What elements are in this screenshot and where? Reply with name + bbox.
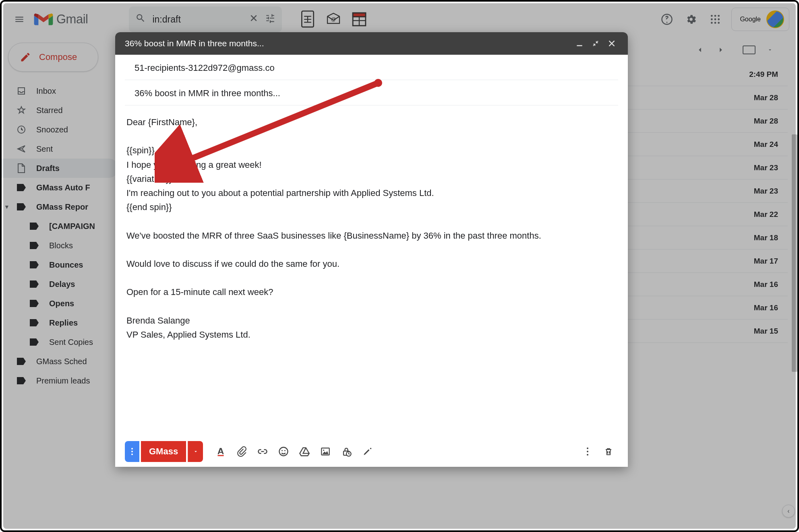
svg-text:@: @ bbox=[331, 16, 336, 22]
svg-point-24 bbox=[323, 450, 324, 451]
image-button[interactable] bbox=[316, 442, 335, 461]
email-date: Mar 22 bbox=[734, 210, 778, 219]
label-icon bbox=[16, 202, 27, 212]
sidebar-item-label: Snoozed bbox=[36, 125, 68, 134]
label-icon bbox=[29, 279, 39, 289]
subject-field[interactable]: 36% boost in MMR in three months... bbox=[125, 80, 618, 105]
email-date: Mar 17 bbox=[734, 257, 778, 266]
gmass-dropdown-button[interactable] bbox=[188, 441, 203, 462]
signature-button[interactable] bbox=[358, 442, 377, 461]
next-page-button[interactable] bbox=[713, 42, 729, 58]
apps-icon[interactable] bbox=[707, 11, 723, 27]
account-chip[interactable]: Google bbox=[731, 8, 789, 31]
email-date: Mar 28 bbox=[734, 93, 778, 102]
sidebar-subitem-sent-copies[interactable]: Sent Copies bbox=[2, 332, 118, 352]
compose-button[interactable]: Compose bbox=[8, 43, 98, 72]
compose-titlebar[interactable]: 36% boost in MMR in three months... bbox=[115, 32, 628, 55]
sidebar-item-starred[interactable]: Starred bbox=[2, 101, 118, 120]
sidebar-subitem-replies[interactable]: Replies bbox=[2, 313, 118, 332]
sidebar-item-label: Sent bbox=[36, 144, 53, 154]
more-options-button[interactable] bbox=[578, 442, 597, 461]
extension-icons: @ bbox=[298, 10, 369, 29]
svg-point-11 bbox=[711, 22, 713, 24]
sidebar-item-premium-leads[interactable]: Premium leads bbox=[2, 371, 118, 390]
svg-point-9 bbox=[714, 19, 716, 21]
star-icon bbox=[16, 105, 27, 115]
drive-button[interactable] bbox=[295, 442, 314, 461]
sidebar-item-snoozed[interactable]: Snoozed bbox=[2, 120, 118, 139]
search-input[interactable]: in:draft bbox=[152, 14, 242, 25]
email-date: Mar 28 bbox=[734, 117, 778, 126]
sidebar: Compose InboxStarredSnoozedSentDraftsGMa… bbox=[2, 37, 118, 530]
label-icon bbox=[29, 221, 39, 231]
discard-button[interactable] bbox=[599, 442, 618, 461]
sidebar-subitem--campaign[interactable]: [CAMPAIGN bbox=[2, 217, 118, 236]
gmail-logo[interactable]: Gmail bbox=[34, 12, 88, 27]
chevron-down-icon: ▼ bbox=[4, 204, 13, 210]
input-tools-button[interactable] bbox=[741, 42, 757, 58]
scrollbar-thumb[interactable] bbox=[792, 134, 797, 372]
settings-icon[interactable] bbox=[683, 11, 699, 27]
sidebar-item-label: GMass Repor bbox=[36, 202, 88, 212]
file-icon bbox=[16, 163, 27, 173]
fullscreen-exit-button[interactable] bbox=[588, 35, 604, 52]
send-icon bbox=[16, 144, 27, 154]
svg-point-22 bbox=[284, 450, 286, 451]
clear-search-icon[interactable] bbox=[249, 13, 259, 25]
sidebar-subitem-blocks[interactable]: Blocks bbox=[2, 236, 118, 255]
gmail-logo-text: Gmail bbox=[56, 12, 88, 27]
sidebar-item-sent[interactable]: Sent bbox=[2, 139, 118, 159]
sidebar-subitem-bounces[interactable]: Bounces bbox=[2, 255, 118, 274]
header-right: Google bbox=[659, 8, 789, 31]
side-panel-toggle[interactable]: ‹ bbox=[782, 505, 795, 518]
sidebar-subitem-opens[interactable]: Opens bbox=[2, 294, 118, 313]
email-date: Mar 16 bbox=[734, 280, 778, 289]
search-icon bbox=[135, 13, 146, 26]
svg-point-29 bbox=[587, 454, 588, 456]
emoji-button[interactable] bbox=[274, 442, 293, 461]
sidebar-item-label: Drafts bbox=[36, 164, 60, 173]
confidential-button[interactable] bbox=[337, 442, 356, 461]
svg-rect-3 bbox=[353, 13, 366, 17]
gmass-settings-button[interactable] bbox=[125, 441, 139, 462]
sheets-ext-icon[interactable] bbox=[298, 10, 317, 29]
support-icon[interactable] bbox=[659, 11, 675, 27]
compose-title: 36% boost in MMR in three months... bbox=[125, 39, 571, 48]
sidebar-item-gmass-auto-f[interactable]: GMass Auto F bbox=[2, 178, 118, 197]
recipients-field[interactable]: 51-recipients-3122d972@gmass.co bbox=[125, 55, 618, 80]
svg-point-10 bbox=[718, 19, 720, 21]
search-bar[interactable]: in:draft bbox=[129, 6, 282, 32]
sidebar-item-inbox[interactable]: Inbox bbox=[2, 81, 118, 101]
gmass-send-button[interactable]: GMass bbox=[141, 441, 186, 462]
sidebar-item-gmass-sched[interactable]: GMass Sched bbox=[2, 352, 118, 371]
sidebar-item-gmass-repor[interactable]: ▼GMass Repor bbox=[2, 197, 118, 217]
formatting-button[interactable] bbox=[211, 442, 230, 461]
template-ext-icon[interactable] bbox=[350, 10, 369, 29]
sidebar-item-drafts[interactable]: Drafts bbox=[2, 159, 118, 178]
link-button[interactable] bbox=[253, 442, 272, 461]
svg-point-20 bbox=[279, 447, 288, 456]
close-button[interactable] bbox=[604, 35, 620, 52]
compose-body[interactable]: Dear {FirstName}, {{spin}} I hope you're… bbox=[115, 105, 628, 436]
sidebar-subitem-delays[interactable]: Delays bbox=[2, 274, 118, 294]
search-options-icon[interactable] bbox=[265, 13, 275, 26]
input-tools-dropdown[interactable] bbox=[762, 42, 778, 58]
prev-page-button[interactable] bbox=[692, 42, 708, 58]
label-icon bbox=[16, 182, 27, 193]
label-icon bbox=[16, 356, 27, 367]
minimize-button[interactable] bbox=[571, 35, 588, 52]
sidebar-item-label: Premium leads bbox=[36, 376, 90, 386]
svg-point-5 bbox=[711, 15, 713, 17]
svg-rect-19 bbox=[218, 455, 224, 456]
attach-button[interactable] bbox=[232, 442, 251, 461]
svg-point-13 bbox=[718, 22, 720, 24]
header: Gmail in:draft @ bbox=[2, 2, 797, 37]
mail-ext-icon[interactable]: @ bbox=[324, 10, 343, 29]
svg-point-8 bbox=[711, 19, 713, 21]
account-avatar-icon[interactable] bbox=[766, 10, 784, 28]
clock-icon bbox=[16, 124, 27, 135]
compose-footer: GMass bbox=[115, 436, 628, 467]
keyboard-icon bbox=[743, 45, 756, 54]
label-icon bbox=[29, 318, 39, 328]
main-menu-button[interactable] bbox=[10, 10, 29, 29]
